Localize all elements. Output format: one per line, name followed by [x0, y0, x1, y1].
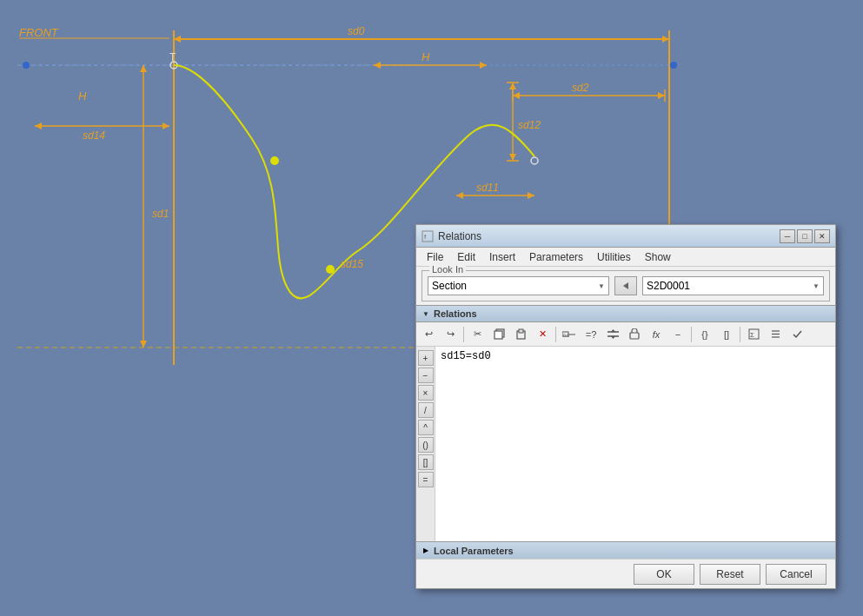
look-in-controls: Section ▼ S2D0001 ▼	[428, 276, 824, 295]
divide-button[interactable]: /	[418, 402, 434, 418]
title-buttons: ─ □ ✕	[780, 229, 830, 243]
cancel-button[interactable]: Cancel	[766, 564, 826, 585]
relations-section: ▼ Relations ↩ ↪ ✂ ✕	[416, 305, 835, 559]
svg-marker-63	[611, 336, 615, 339]
brackets-button[interactable]: []	[716, 325, 737, 344]
svg-text:f: f	[424, 233, 427, 241]
menu-parameters[interactable]: Parameters	[522, 249, 590, 265]
svg-text:sd15: sd15	[341, 258, 363, 270]
plus-button[interactable]: +	[418, 350, 434, 366]
toolbar-sep-3	[691, 327, 692, 342]
undo-button[interactable]: ↩	[418, 325, 439, 344]
bottom-buttons: OK Reset Cancel	[416, 559, 835, 588]
minus-side-button[interactable]: −	[418, 368, 434, 383]
bracket-side-button[interactable]: []	[418, 454, 434, 470]
menu-show[interactable]: Show	[638, 249, 678, 265]
svg-text:FRONT: FRONT	[19, 26, 59, 39]
section-nav-button[interactable]	[614, 276, 637, 295]
look-in-border: Look In Section ▼ S2D0001 ▼	[422, 270, 830, 301]
sigma-button[interactable]: Σ	[743, 325, 764, 344]
menu-insert[interactable]: Insert	[482, 249, 522, 265]
look-in-label: Look In	[429, 264, 466, 275]
title-bar: f Relations ─ □ ✕	[416, 225, 835, 248]
svg-point-31	[270, 156, 279, 165]
svg-text:H: H	[422, 50, 430, 63]
multiply-button[interactable]: ×	[418, 385, 434, 401]
list-button[interactable]	[765, 325, 786, 344]
local-params-expand-icon[interactable]: ▶	[422, 546, 430, 555]
relations-text-editor[interactable]: sd15=sd0	[435, 347, 835, 541]
svg-text:sd2: sd2	[572, 82, 589, 94]
redo-button[interactable]: ↪	[440, 325, 461, 344]
relations-title: Relations	[434, 308, 477, 319]
section-id-value: S2D0001	[647, 280, 690, 292]
svg-text:H: H	[78, 89, 87, 103]
content-area: + − × / ^ () [] = sd15=sd0	[416, 347, 835, 541]
toolbar-sep-1	[463, 327, 464, 342]
svg-point-10	[670, 62, 677, 69]
menu-edit[interactable]: Edit	[450, 249, 482, 265]
collapse-icon[interactable]: ▼	[422, 309, 430, 318]
svg-text:sd11: sd11	[476, 182, 499, 194]
verify-button[interactable]	[787, 325, 807, 344]
function-button[interactable]: fx	[646, 325, 667, 344]
toolbar-sep-4	[740, 327, 740, 342]
paste-button[interactable]	[510, 325, 531, 344]
toolbar: ↩ ↪ ✂ ✕ 0.0	[416, 322, 835, 347]
relations-content: sd15=sd0	[441, 350, 491, 362]
paren-button[interactable]: ()	[418, 437, 434, 453]
menu-utilities[interactable]: Utilities	[590, 249, 638, 265]
section-arrow-icon: ▼	[598, 282, 605, 290]
delete-button[interactable]: ✕	[532, 325, 553, 344]
ok-button[interactable]: OK	[634, 564, 694, 585]
dialog-title: Relations	[438, 230, 481, 242]
minus-button[interactable]: −	[667, 325, 688, 344]
align-button[interactable]	[602, 325, 623, 344]
section-dropdown[interactable]: Section ▼	[428, 276, 609, 295]
svg-marker-62	[611, 329, 615, 332]
power-button[interactable]: ^	[418, 420, 434, 435]
svg-point-33	[328, 265, 333, 270]
menu-file[interactable]: File	[420, 249, 450, 265]
svg-text:sd0: sd0	[348, 25, 365, 37]
toolbar-sep-2	[555, 327, 556, 342]
svg-point-9	[23, 62, 30, 69]
cut-button[interactable]: ✂	[467, 325, 488, 344]
close-button[interactable]: ✕	[814, 229, 830, 243]
svg-marker-52	[623, 282, 628, 289]
svg-rect-64	[630, 333, 639, 339]
section-value: Section	[432, 280, 467, 292]
copy-button[interactable]	[488, 325, 509, 344]
svg-text:T: T	[169, 51, 176, 63]
equals-side-button[interactable]: =	[418, 472, 434, 487]
title-bar-left: f Relations	[422, 230, 481, 242]
braces-button[interactable]: {}	[694, 325, 715, 344]
look-in-section: Look In Section ▼ S2D0001 ▼	[416, 267, 835, 305]
svg-rect-54	[495, 331, 502, 339]
relations-dialog: f Relations ─ □ ✕ File Edit Insert Param…	[415, 224, 836, 589]
menu-bar: File Edit Insert Parameters Utilities Sh…	[416, 248, 835, 267]
relations-header: ▼ Relations	[416, 305, 835, 322]
maximize-button[interactable]: □	[797, 229, 813, 243]
svg-text:sd14: sd14	[83, 129, 105, 142]
side-buttons: + − × / ^ () [] =	[416, 347, 435, 541]
lock-button[interactable]	[624, 325, 645, 344]
svg-text:0.0: 0.0	[563, 333, 569, 338]
section-id-dropdown[interactable]: S2D0001 ▼	[642, 276, 824, 295]
local-params-header: ▶ Local Parameters	[416, 541, 835, 559]
dimensions-button[interactable]: 0.0	[559, 325, 580, 344]
reset-button[interactable]: Reset	[700, 564, 760, 585]
svg-text:sd1: sd1	[152, 208, 169, 220]
dialog-icon: f	[422, 230, 434, 242]
svg-text:Σ: Σ	[750, 331, 754, 339]
svg-rect-56	[519, 329, 523, 333]
minimize-button[interactable]: ─	[780, 229, 795, 243]
equal-check-button[interactable]: =?	[581, 325, 601, 344]
svg-text:sd12: sd12	[518, 119, 541, 131]
section-id-arrow-icon: ▼	[813, 282, 820, 290]
local-params-title: Local Parameters	[434, 546, 514, 556]
